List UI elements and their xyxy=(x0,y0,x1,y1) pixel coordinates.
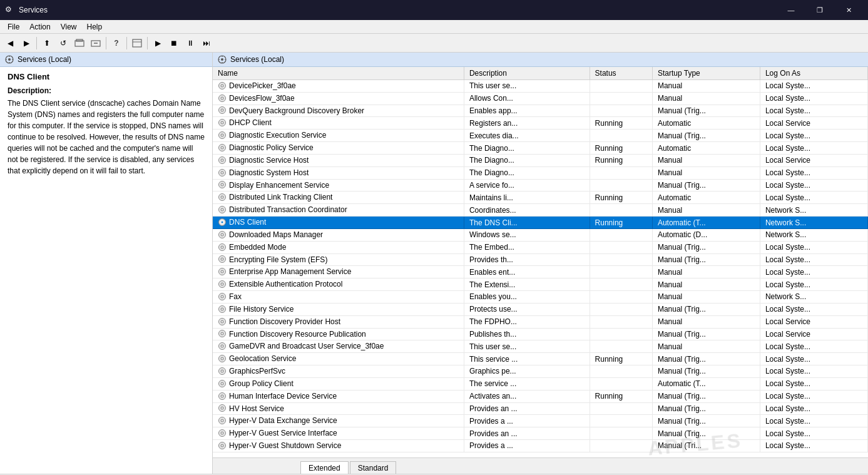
table-row[interactable]: Function Discovery Resource PublicationP… xyxy=(213,328,868,340)
table-row[interactable]: DHCP ClientRegisters an...RunningAutomat… xyxy=(213,117,868,130)
col-header-status[interactable]: Status xyxy=(590,67,652,80)
service-startup-cell: Manual (Trig... xyxy=(652,105,760,117)
service-status-cell: Running xyxy=(590,217,652,229)
table-row[interactable]: Hyper-V Guest Service InterfaceProvides … xyxy=(213,427,868,440)
table-row[interactable]: DevicePicker_3f0aeThis user se...ManualL… xyxy=(213,80,868,93)
col-header-startup[interactable]: Startup Type xyxy=(652,67,760,80)
service-desc-cell: Coordinates... xyxy=(464,204,590,217)
table-row[interactable]: Diagnostic Policy ServiceThe Diagno...Ru… xyxy=(213,142,868,155)
service-status-cell xyxy=(590,105,652,117)
table-row[interactable]: DevQuery Background Discovery BrokerEnab… xyxy=(213,105,868,117)
table-row[interactable]: Human Interface Device ServiceActivates … xyxy=(213,390,868,402)
service-startup-cell: Manual xyxy=(652,154,760,166)
service-status-cell xyxy=(590,80,652,93)
service-logon-cell: Local Syste... xyxy=(760,402,867,415)
toolbar-forward[interactable]: ▶ xyxy=(19,36,34,51)
svg-point-35 xyxy=(222,146,223,148)
right-panel: Services (Local) Name Description Status… xyxy=(213,53,868,474)
table-row[interactable]: GameDVR and Broadcast User Service_3f0ae… xyxy=(213,340,868,353)
table-row[interactable]: Enterprise App Management ServiceEnables… xyxy=(213,266,868,278)
minimize-button[interactable]: — xyxy=(777,0,805,20)
svg-point-80 xyxy=(222,333,223,335)
table-row[interactable]: Diagnostic Execution ServiceExecutes dia… xyxy=(213,130,868,142)
table-row[interactable]: Diagnostic System HostThe Diagno...Manua… xyxy=(213,166,868,179)
service-gear-icon xyxy=(218,143,227,152)
table-row[interactable]: Embedded ModeThe Embed...Manual (Trig...… xyxy=(213,241,868,253)
toolbar-new-console[interactable] xyxy=(130,36,145,51)
service-logon-cell: Local Syste... xyxy=(760,241,867,253)
close-button[interactable]: ✕ xyxy=(834,0,863,20)
service-logon-cell: Local Syste... xyxy=(760,278,867,291)
table-row[interactable]: Hyper-V Data Exchange ServiceProvides a … xyxy=(213,415,868,427)
table-row[interactable]: Distributed Transaction CoordinatorCoord… xyxy=(213,204,868,217)
menu-view[interactable]: View xyxy=(56,21,82,33)
table-row[interactable]: DNS ClientThe DNS Cli...RunningAutomatic… xyxy=(213,217,868,229)
bottom-tabs: Extended Standard xyxy=(213,457,868,474)
service-logon-cell: Local Syste... xyxy=(760,142,867,155)
restore-button[interactable]: ❐ xyxy=(805,0,834,20)
toolbar-refresh[interactable]: ↺ xyxy=(56,36,71,51)
service-startup-cell: Automatic xyxy=(652,142,760,155)
tab-standard[interactable]: Standard xyxy=(350,461,397,474)
service-startup-cell: Manual (Trig... xyxy=(652,365,760,378)
service-logon-cell: Network S... xyxy=(760,217,867,229)
table-row[interactable]: Group Policy ClientThe service ...Automa… xyxy=(213,377,868,390)
svg-point-71 xyxy=(222,295,223,297)
service-desc-cell: Registers an... xyxy=(464,117,590,130)
col-header-desc[interactable]: Description xyxy=(464,67,590,80)
table-row[interactable]: Distributed Link Tracking ClientMaintain… xyxy=(213,192,868,204)
svg-rect-4 xyxy=(133,39,141,47)
service-gear-icon xyxy=(218,292,227,301)
service-status-cell: Running xyxy=(590,390,652,402)
table-row[interactable]: Diagnostic Service HostThe Diagno...Runn… xyxy=(213,154,868,166)
svg-point-98 xyxy=(222,407,223,409)
toolbar-help[interactable]: ? xyxy=(109,36,124,51)
service-status-cell xyxy=(590,415,652,427)
service-startup-cell: Manual (Trig... xyxy=(652,415,760,427)
toolbar-map-drive[interactable] xyxy=(72,36,87,51)
col-header-logon[interactable]: Log On As xyxy=(760,67,867,80)
table-row[interactable]: FaxEnables you...ManualNetwork S... xyxy=(213,291,868,304)
service-name-cell: DevicesFlow_3f0ae xyxy=(213,92,464,105)
service-desc-cell: Allows Con... xyxy=(464,92,590,105)
table-row[interactable]: Function Discovery Provider HostThe FDPH… xyxy=(213,315,868,328)
service-startup-cell: Manual xyxy=(652,278,760,291)
table-row[interactable]: Hyper-V Guest Shutdown ServiceProvides a… xyxy=(213,440,868,452)
menu-action[interactable]: Action xyxy=(24,21,55,33)
table-row[interactable]: GraphicsPerfSvcGraphics pe...Manual (Tri… xyxy=(213,365,868,378)
toolbar-disconnect[interactable] xyxy=(88,36,103,51)
table-row[interactable]: DevicesFlow_3f0aeAllows Con...ManualLoca… xyxy=(213,92,868,105)
toolbar-stop[interactable]: ⏹ xyxy=(166,36,181,51)
service-name-cell: Hyper-V Data Exchange Service xyxy=(213,415,464,427)
service-gear-icon xyxy=(218,94,227,103)
toolbar-pause[interactable]: ⏸ xyxy=(183,36,198,51)
toolbar-up[interactable]: ⬆ xyxy=(39,36,54,51)
table-row[interactable]: Extensible Authentication ProtocolThe Ex… xyxy=(213,278,868,291)
table-row[interactable]: File History ServiceProtects use...Manua… xyxy=(213,303,868,315)
svg-point-7 xyxy=(8,58,11,61)
table-row[interactable]: Display Enhancement ServiceA service fo.… xyxy=(213,179,868,192)
toolbar-restart[interactable]: ⏭ xyxy=(199,36,214,51)
col-header-name[interactable]: Name xyxy=(213,67,464,80)
service-status-cell xyxy=(590,291,652,304)
toolbar-start[interactable]: ▶ xyxy=(150,36,165,51)
left-panel-header: Services (Local) xyxy=(0,53,212,67)
menu-help[interactable]: Help xyxy=(82,21,108,33)
service-desc-cell: A service fo... xyxy=(464,179,590,192)
service-desc-cell: Provides an ... xyxy=(464,427,590,440)
service-startup-cell: Manual xyxy=(652,266,760,278)
services-table-container[interactable]: Name Description Status Startup Type Log… xyxy=(213,67,868,457)
menu-file[interactable]: File xyxy=(3,21,24,33)
service-status-cell: Running xyxy=(590,353,652,365)
table-row[interactable]: Encrypting File System (EFS)Provides th.… xyxy=(213,253,868,266)
table-row[interactable]: Downloaded Maps ManagerWindows se...Auto… xyxy=(213,228,868,241)
table-row[interactable]: HV Host ServiceProvides an ...Manual (Tr… xyxy=(213,402,868,415)
toolbar-back[interactable]: ◀ xyxy=(3,36,18,51)
svg-point-53 xyxy=(222,221,223,223)
service-gear-icon xyxy=(218,367,227,375)
service-status-cell xyxy=(590,278,652,291)
table-row[interactable]: Geolocation ServiceThis service ...Runni… xyxy=(213,353,868,365)
tab-extended[interactable]: Extended xyxy=(300,461,349,474)
service-startup-cell: Automatic (T... xyxy=(652,377,760,390)
service-gear-icon xyxy=(218,441,227,450)
